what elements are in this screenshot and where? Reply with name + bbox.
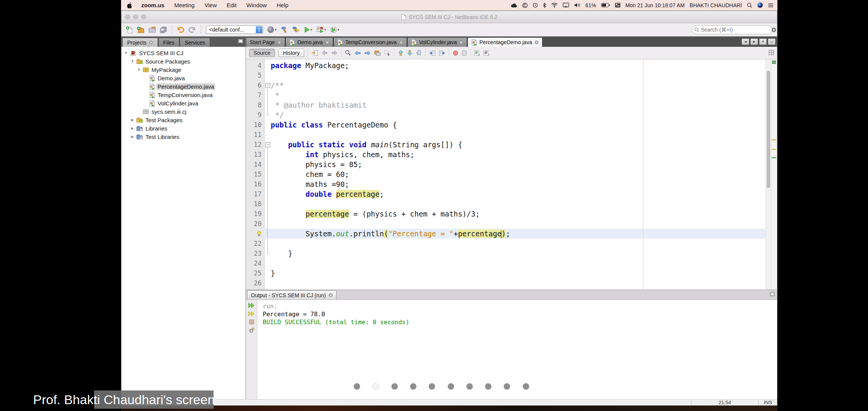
clean-build-button[interactable] [292,26,300,33]
page-dot[interactable] [523,383,529,390]
source-view-button[interactable]: Source [249,49,275,57]
siri-icon[interactable] [757,2,763,8]
menu-item-help[interactable]: Help [277,2,289,8]
open-project-button[interactable] [148,27,156,33]
close-tab-icon[interactable] [459,40,463,45]
scroll-tabs-left-button[interactable]: ◀ [742,38,749,45]
expander-open-icon[interactable]: ▼ [130,59,135,63]
find-previous-icon[interactable] [354,50,361,56]
rectangular-selection-icon[interactable] [384,50,391,56]
new-file-button[interactable] [126,26,133,33]
previous-occurrence-icon[interactable] [398,50,404,56]
code-line[interactable]: 12 public static void main(String args[]… [246,140,766,150]
line-number[interactable]: 5 [246,70,264,80]
expander-closed-icon[interactable]: ▶ [130,135,135,139]
build-project-button[interactable] [281,26,288,33]
menu-item-meeting[interactable]: Meeting [174,2,195,8]
wifi-icon[interactable] [551,3,558,8]
line-number[interactable]: 15 [246,169,264,179]
close-tab-icon[interactable] [535,40,539,45]
code-line[interactable]: 15 chem = 60; [246,169,766,179]
ant-settings-icon[interactable] [249,327,255,333]
time-machine-icon[interactable] [533,3,538,8]
error-stripe[interactable] [771,59,777,290]
find-selection-icon[interactable] [345,50,351,56]
code-line[interactable]: 23 } [246,249,766,258]
editor-tab-volcylinder-java[interactable]: VolCylinder.java [407,37,468,47]
zoom-window-button[interactable] [141,14,146,19]
apple-icon[interactable] [127,2,132,8]
hint-bulb-icon[interactable] [257,231,262,237]
undo-button[interactable] [177,27,184,33]
run-macro-icon[interactable] [462,50,467,56]
new-project-button[interactable] [137,27,144,33]
line-number[interactable]: 26 [246,278,264,288]
tree-item[interactable]: TempConversion.java [121,91,246,99]
tree-item[interactable]: ▶Test Packages [121,116,246,124]
line-number[interactable]: 23 [246,249,264,258]
configuration-dropdown[interactable]: <default conf... ▲▼ [206,25,263,34]
menu-item-zoomus[interactable]: zoom.us [141,2,164,8]
expander-closed-icon[interactable]: ▶ [130,118,135,122]
find-next-icon[interactable] [364,50,371,56]
hint-gutter[interactable] [246,229,264,239]
code-line[interactable]: 9 */ [246,110,766,120]
navigate-forward-icon[interactable] [331,50,338,56]
code-line[interactable]: 4package MyPackage; [246,61,766,70]
occurrence-mark[interactable] [772,139,776,140]
menu-item-view[interactable]: View [204,2,217,8]
adobe-cc-icon[interactable] [522,3,528,8]
record-macro-icon[interactable] [453,50,458,56]
fold-marker[interactable] [264,80,271,90]
minimize-window-button[interactable] [133,14,138,19]
page-dot[interactable] [391,383,398,390]
expander-closed-icon[interactable]: ▶ [130,126,135,130]
volume-icon[interactable] [574,3,581,8]
panel-tab-projects[interactable]: Projects [122,38,158,47]
close-output-tab-icon[interactable] [329,293,333,297]
tab-list-button[interactable]: ▼ [759,38,767,45]
cloud-icon[interactable] [511,3,517,8]
webstart-globe-icon[interactable] [267,26,274,33]
code-line[interactable]: 26 [246,278,766,288]
history-view-button[interactable]: History [278,49,304,57]
line-number[interactable]: 16 [246,179,264,189]
output-console[interactable]: run:Percentage = 78.0BUILD SUCCESSFUL (t… [257,300,777,399]
code-line[interactable]: 17 double percentage; [246,189,766,199]
input-source-icon[interactable] [615,3,621,8]
close-tab-icon[interactable] [149,40,153,45]
panel-tab-services[interactable]: Services [180,38,210,47]
tree-item[interactable]: Demo.java [121,74,246,82]
code-line[interactable]: 5 [246,70,766,80]
code-line[interactable]: 22 [246,239,766,249]
editor-tab-demo-java[interactable]: Demo.java [286,37,333,47]
line-number[interactable]: 12 [246,140,264,150]
code-line[interactable]: 8 * @author bhaktisamit [246,100,766,110]
code-line[interactable]: 6/** [246,80,766,90]
run-project-button[interactable] [304,27,310,33]
toggle-bookmark-icon[interactable] [416,50,422,56]
occurrence-mark[interactable] [772,149,776,150]
save-all-button[interactable] [160,27,167,33]
minimize-panel-icon[interactable] [238,39,243,43]
code-line[interactable]: 18 [246,199,766,209]
line-number[interactable]: 6 [246,80,264,90]
code-line[interactable]: 14 physics = 85; [246,159,766,169]
screen-mirroring-icon[interactable] [563,3,569,8]
next-occurrence-icon[interactable] [407,50,413,56]
close-tab-icon[interactable] [325,40,329,45]
code-line[interactable]: 11 [246,130,766,140]
code-line[interactable]: 10public class PercentageDemo { [246,120,766,130]
line-number[interactable]: 9 [246,110,264,120]
line-number[interactable]: 4 [246,61,264,70]
line-number[interactable]: 19 [246,209,264,219]
caret-mark[interactable] [772,157,776,158]
tree-item[interactable]: ▼MyPackage [121,65,246,74]
search-input[interactable] [701,27,770,33]
last-edit-position-icon[interactable] [311,50,318,56]
split-editor-icon[interactable] [769,50,774,55]
rerun-icon[interactable] [248,303,255,308]
line-number[interactable]: 14 [246,159,264,169]
tree-item[interactable]: VolCylinder.java [121,99,246,107]
line-number[interactable]: 11 [246,130,264,140]
